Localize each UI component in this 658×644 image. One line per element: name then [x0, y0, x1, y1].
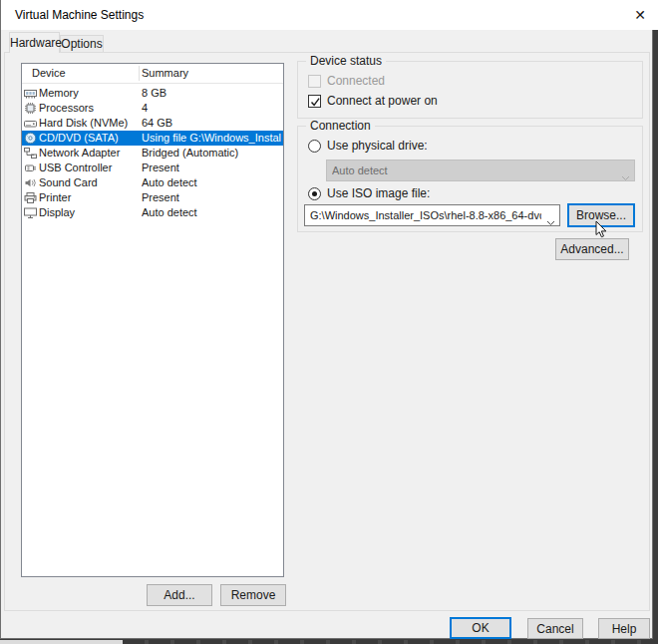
column-divider	[139, 66, 140, 81]
device-row-memory[interactable]: Memory 8 GB	[22, 86, 283, 101]
device-status-group-title: Device status	[306, 54, 386, 68]
virtual-machine-settings-dialog: Virtual Machine Settings ✕ Hardware Opti…	[0, 0, 653, 639]
screenshot-root: Virtual Machine Settings ✕ Hardware Opti…	[0, 0, 658, 644]
device-row-display[interactable]: Display Auto detect	[22, 205, 283, 220]
hardware-tab-page: Device Summary Memory 8 GB Processors 4 …	[4, 52, 650, 611]
printer-icon	[24, 191, 37, 204]
chevron-down-icon	[546, 212, 555, 226]
add-button[interactable]: Add...	[147, 584, 212, 606]
background-strip-dark	[123, 640, 658, 644]
device-list-header: Device Summary	[22, 64, 283, 84]
device-row-cd-dvd[interactable]: CD/DVD (SATA) Using file G:\Windows_Inst…	[22, 131, 283, 146]
memory-icon	[24, 87, 37, 100]
connect-at-power-on-checkbox[interactable]	[308, 95, 321, 108]
advanced-button[interactable]: Advanced...	[555, 238, 629, 260]
tab-options[interactable]: Options	[60, 35, 104, 53]
mouse-cursor	[595, 220, 608, 243]
use-physical-drive-radio[interactable]	[308, 140, 321, 153]
processor-icon	[24, 102, 37, 115]
network-adapter-icon	[24, 147, 37, 160]
use-physical-drive-label: Use physical drive:	[327, 140, 428, 153]
device-row-hard-disk[interactable]: Hard Disk (NVMe) 64 GB	[22, 116, 283, 131]
connected-label: Connected	[327, 75, 385, 88]
device-row-processors[interactable]: Processors 4	[22, 101, 283, 116]
physical-drive-select[interactable]: Auto detect	[326, 160, 635, 181]
cd-dvd-icon	[24, 132, 37, 145]
column-header-device: Device	[32, 64, 66, 83]
background-strip-light	[0, 640, 123, 644]
device-list[interactable]: Device Summary Memory 8 GB Processors 4 …	[21, 63, 284, 577]
hard-disk-icon	[24, 117, 37, 130]
connected-checkbox[interactable]	[308, 75, 321, 88]
connection-group: Connection Use physical drive: Auto dete…	[297, 126, 643, 232]
chevron-down-icon	[621, 167, 630, 181]
device-row-sound-card[interactable]: Sound Card Auto detect	[22, 175, 283, 190]
device-row-usb-controller[interactable]: USB Controller Present	[22, 161, 283, 175]
device-row-network-adapter[interactable]: Network Adapter Bridged (Automatic)	[22, 146, 283, 161]
remove-button[interactable]: Remove	[220, 584, 286, 606]
close-icon[interactable]: ✕	[628, 3, 652, 27]
sound-card-icon	[24, 176, 37, 189]
ok-button[interactable]: OK	[450, 617, 511, 639]
device-status-group: Device status Connected Connect at power…	[297, 61, 643, 119]
connection-group-title: Connection	[306, 119, 375, 133]
iso-path-combobox[interactable]: G:\Windows_Installer_ISOs\rhel-8.8-x86_6…	[304, 204, 560, 226]
column-header-summary: Summary	[142, 64, 188, 83]
tab-hardware[interactable]: Hardware	[9, 32, 60, 53]
dialog-titlebar[interactable]: Virtual Machine Settings ✕	[1, 0, 653, 30]
connect-at-power-on-label: Connect at power on	[327, 95, 438, 108]
dialog-title: Virtual Machine Settings	[15, 0, 144, 30]
use-iso-image-radio[interactable]	[308, 187, 321, 200]
device-row-printer[interactable]: Printer Present	[22, 190, 283, 205]
use-iso-image-label: Use ISO image file:	[327, 187, 430, 200]
help-button[interactable]: Help	[598, 618, 650, 639]
usb-controller-icon	[24, 161, 37, 174]
cancel-button[interactable]: Cancel	[527, 618, 583, 639]
display-icon	[24, 206, 37, 219]
